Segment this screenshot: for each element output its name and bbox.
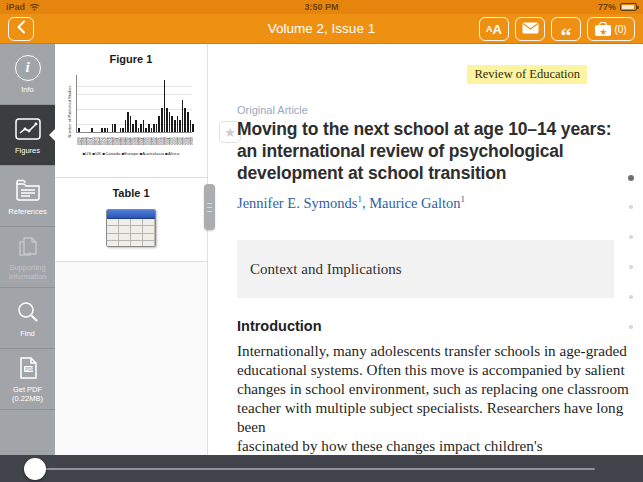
pdf-document-icon: PDF (16, 355, 40, 381)
article-reader-app: iPad 3:50 PM 77% Volume 2, Issue 1 A (0, 0, 643, 482)
saved-items-button[interactable]: ★ (0) (587, 17, 635, 41)
chart-y-axis-label: Number of Published Studies (67, 82, 72, 142)
nav-bar: Volume 2, Issue 1 AA “ (0, 14, 643, 44)
sidebar-item-info[interactable]: i Info (0, 44, 55, 105)
sidebar-filler (0, 410, 55, 455)
page-slider-track[interactable] (35, 468, 595, 470)
authors-line[interactable]: Jennifer E. Symonds1, Maurice Galton1 (237, 194, 465, 212)
chart-x-axis-labels: 1966196719681969197019711972197319741975… (77, 135, 193, 148)
briefcase-star-icon: ★ (595, 22, 611, 36)
battery-percent: 77% (598, 2, 616, 12)
panel-resize-handle[interactable] (204, 184, 215, 230)
table-icon (106, 209, 156, 247)
wifi-icon (29, 3, 40, 11)
sidebar-item-label: References (8, 207, 46, 216)
section-label: Original Article (237, 104, 308, 116)
saved-items-count: (0) (614, 24, 626, 35)
supporting-info-pages-icon (16, 233, 40, 259)
sidebar-item-figures[interactable]: Figures (0, 105, 55, 166)
star-icon: ★ (224, 125, 236, 140)
sidebar-item-references[interactable]: References (0, 166, 55, 227)
page-scrubber-bar (0, 455, 643, 482)
sidebar-item-get-pdf[interactable]: PDF Get PDF (0.22MB) (0, 349, 55, 410)
chart-legend: ■US ■UK ■Canada ■Europe ■Australasia ■Af… (63, 151, 199, 156)
references-folder-icon (15, 177, 41, 203)
status-bar: iPad 3:50 PM 77% (0, 0, 643, 14)
author-link[interactable]: Maurice Galton (369, 195, 460, 211)
carrier-label: iPad (6, 2, 25, 12)
page-dot (629, 295, 633, 299)
sidebar-item-label: Info (21, 85, 34, 94)
figure-1-thumbnail[interactable]: Figure 1 Number of Published Studies 196… (55, 44, 207, 178)
page-dot (629, 265, 633, 269)
affiliation-mark: 1 (461, 194, 466, 204)
info-icon: i (15, 55, 41, 81)
page-slider-thumb[interactable] (24, 458, 46, 480)
page-dot (629, 325, 633, 329)
page-dot (629, 205, 633, 209)
battery-icon (620, 3, 637, 11)
clock: 3:50 PM (126, 2, 517, 12)
page-dot (629, 235, 633, 239)
sidebar-item-supporting-information: Supporting Information (0, 227, 55, 288)
text-size-large-label: A (493, 22, 502, 37)
context-implications-box[interactable]: Context and Implications (237, 240, 614, 298)
citation-button[interactable]: “ (551, 17, 581, 41)
article-content-pane[interactable]: Review of Education Original Article ★ M… (208, 44, 643, 455)
table-1-title: Table 1 (59, 187, 203, 199)
article-title: Moving to the next school at age 10–14 y… (237, 118, 623, 185)
introduction-heading: Introduction (237, 318, 322, 334)
tool-sidebar: i Info Figures (0, 44, 55, 455)
chevron-left-icon (16, 20, 26, 38)
search-icon (16, 299, 40, 325)
svg-text:PDF: PDF (25, 367, 34, 372)
author-link[interactable]: Jennifer E. Symonds (237, 195, 357, 211)
text-size-button[interactable]: AA (479, 17, 509, 41)
callout-title: Context and Implications (250, 261, 402, 278)
chart-plot-area (76, 75, 192, 133)
page-dot (628, 175, 634, 181)
journal-badge[interactable]: Review of Education (467, 65, 587, 84)
sidebar-item-label: Get PDF (0.22MB) (1, 385, 54, 403)
table-1-thumbnail[interactable]: Table 1 (55, 178, 207, 262)
figure-1-chart-preview: Number of Published Studies 196619671968… (63, 73, 199, 165)
sidebar-item-find[interactable]: Find (0, 288, 55, 349)
article-body-paragraph: Internationally, many adolescents transf… (237, 341, 629, 455)
email-button[interactable] (515, 17, 545, 41)
sidebar-item-label: Figures (15, 146, 40, 155)
envelope-icon (522, 20, 539, 38)
sidebar-item-label: Supporting Information (1, 263, 54, 281)
back-button[interactable] (8, 17, 34, 41)
figures-chart-icon (15, 116, 41, 142)
figures-thumbnail-panel: Figure 1 Number of Published Studies 196… (55, 44, 208, 455)
sidebar-item-label: Find (20, 329, 35, 338)
figure-1-title: Figure 1 (59, 53, 203, 65)
